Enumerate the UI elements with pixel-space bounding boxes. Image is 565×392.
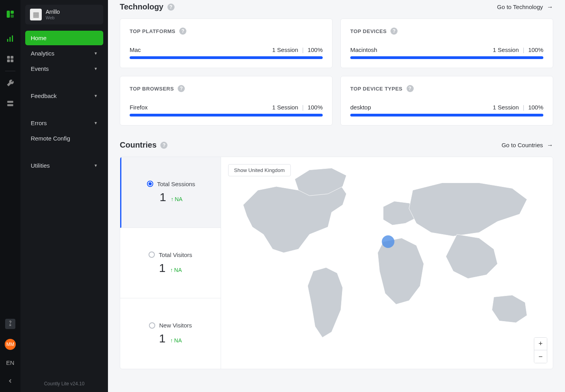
svg-rect-6 <box>7 56 10 59</box>
svg-rect-9 <box>11 59 13 62</box>
device-type-name: desktop <box>350 104 371 111</box>
sidebar: ▦ Arrillo Web Home Analytics▼ Events▼ Fe… <box>20 0 108 392</box>
help-icon[interactable]: ? <box>407 85 414 92</box>
svg-rect-10 <box>7 101 13 103</box>
collapse-sidebar-icon[interactable] <box>3 374 17 388</box>
chevron-down-icon: ▼ <box>94 94 98 98</box>
help-icon[interactable]: ? <box>160 142 167 149</box>
country-metric-total-visitors[interactable]: Total Visitors 1↑NA <box>120 228 221 299</box>
svg-rect-11 <box>7 104 13 106</box>
svg-rect-4 <box>9 37 11 42</box>
radio-icon <box>149 251 155 258</box>
platform-bar <box>130 56 323 59</box>
countries-header: Countries ? Go to Countries → <box>120 141 553 150</box>
chevron-down-icon: ▼ <box>94 121 98 125</box>
technology-header: Technology ? Go to Technology → <box>120 2 553 11</box>
countries-title: Countries <box>120 141 156 150</box>
country-metric-new-visitors[interactable]: New Visitors 1↑NA <box>120 298 221 369</box>
nav-errors[interactable]: Errors▼ <box>25 116 103 130</box>
nav-home[interactable]: Home <box>25 31 103 45</box>
svg-rect-5 <box>12 35 13 42</box>
svg-rect-2 <box>11 15 14 18</box>
chevron-down-icon: ▼ <box>94 163 98 168</box>
zoom-out-button[interactable]: − <box>534 350 547 363</box>
technology-title: Technology <box>120 2 164 11</box>
device-name: Macintosh <box>350 46 377 53</box>
top-browsers-card: TOP BROWSERS? Firefox 1 Session|100% <box>120 76 333 126</box>
platform-name: Mac <box>130 46 141 53</box>
app-selector[interactable]: ▦ Arrillo Web <box>25 5 103 24</box>
countries-metric-list: Total Sessions 1↑NA Total Visitors 1↑NA … <box>120 157 221 369</box>
device-bar <box>350 56 543 59</box>
analytics-rail-icon[interactable] <box>3 31 17 46</box>
help-icon[interactable]: ? <box>178 85 185 92</box>
arrow-right-icon: → <box>547 142 553 149</box>
svg-rect-1 <box>11 11 14 14</box>
main-content: Technology ? Go to Technology → TOP PLAT… <box>108 0 565 392</box>
icon-rail: ?≡ MM EN <box>0 0 20 392</box>
nav-events[interactable]: Events▼ <box>25 61 103 76</box>
browser-name: Firefox <box>130 104 148 111</box>
svg-rect-3 <box>7 39 8 42</box>
help-icon[interactable]: ? <box>390 28 398 35</box>
nav-feedback[interactable]: Feedback▼ <box>25 89 103 103</box>
radio-icon <box>147 181 153 187</box>
nav-remote-config[interactable]: Remote Config <box>25 131 103 146</box>
app-name: Arrillo <box>46 9 60 15</box>
browser-bar <box>130 114 323 116</box>
svg-rect-7 <box>11 56 13 59</box>
sidebar-version: Countly Lite v24.10 <box>20 375 108 392</box>
help-icon[interactable]: ? <box>179 28 186 35</box>
world-map[interactable]: Show United Kingdom <box>221 157 553 369</box>
map-zoom-controls: + − <box>534 337 547 363</box>
user-avatar[interactable]: MM <box>3 337 17 351</box>
nav-analytics[interactable]: Analytics▼ <box>25 46 103 61</box>
app-platform: Web <box>46 15 60 20</box>
chevron-down-icon: ▼ <box>94 51 98 55</box>
zoom-in-button[interactable]: + <box>534 338 547 350</box>
arrow-right-icon: → <box>547 4 553 11</box>
chevron-down-icon: ▼ <box>94 67 98 71</box>
language-switch[interactable]: EN <box>6 359 15 366</box>
rail-divider <box>5 71 15 71</box>
go-to-countries-link[interactable]: Go to Countries → <box>502 142 553 149</box>
svg-rect-8 <box>7 59 10 62</box>
go-to-technology-link[interactable]: Go to Technology → <box>497 4 553 11</box>
countries-panel: Total Sessions 1↑NA Total Visitors 1↑NA … <box>120 157 553 369</box>
dashboards-rail-icon[interactable] <box>3 52 17 66</box>
logo-icon[interactable] <box>3 7 17 21</box>
top-platforms-card: TOP PLATFORMS? Mac 1 Session|100% <box>120 18 333 68</box>
country-metric-total-sessions[interactable]: Total Sessions 1↑NA <box>120 157 221 228</box>
help-icon[interactable]: ? <box>167 4 175 11</box>
top-device-types-card: TOP DEVICE TYPES? desktop 1 Session|100% <box>340 76 553 126</box>
radio-icon <box>149 322 155 329</box>
nav-utilities[interactable]: Utilities▼ <box>25 158 103 173</box>
device-type-bar <box>350 114 543 116</box>
svg-rect-0 <box>7 11 10 18</box>
server-rail-icon[interactable] <box>3 96 17 111</box>
app-icon: ▦ <box>30 9 42 20</box>
top-devices-card: TOP DEVICES? Macintosh 1 Session|100% <box>340 18 553 68</box>
help-rail-icon[interactable]: ?≡ <box>3 317 17 331</box>
wrench-rail-icon[interactable] <box>3 76 17 90</box>
